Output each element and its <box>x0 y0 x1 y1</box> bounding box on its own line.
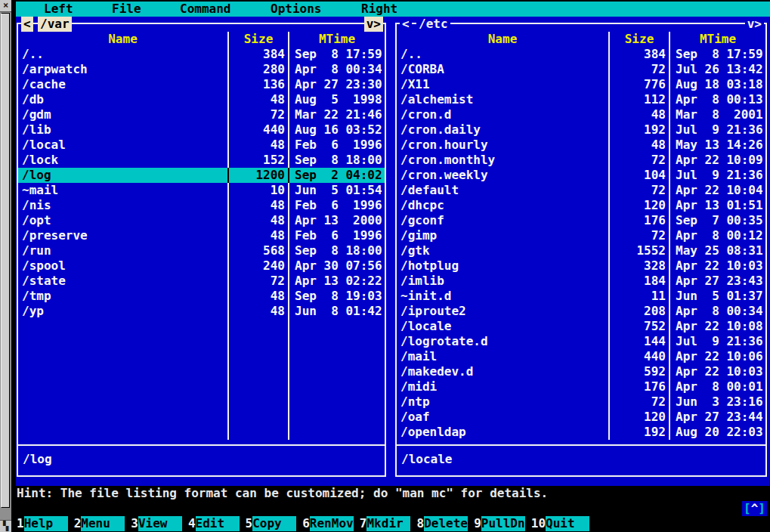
file-row[interactable]: /yp48Jun 8 01:42 <box>18 304 385 319</box>
file-row[interactable]: /cron.monthly72Apr 22 10:09 <box>397 153 765 168</box>
file-row[interactable]: /gtk1552May 25 08:31 <box>397 243 765 258</box>
fkey-4-edit[interactable]: 4Edit <box>188 516 240 531</box>
fkey-3-view[interactable]: 3View <box>131 516 182 531</box>
fkey-6-renmov[interactable]: 6RenMov <box>302 516 354 531</box>
file-size: 48 <box>227 213 288 228</box>
terminal-scrollbar[interactable]: × ▚ <box>0 0 11 532</box>
shell-prompt-line[interactable]: [proski@portland /var]$ [^] <box>11 501 770 516</box>
file-row[interactable]: /run568Sep 8 18:00 <box>18 243 385 258</box>
file-row[interactable]: /cron.daily192Jul 9 21:36 <box>397 122 765 138</box>
file-mtime: Jul 9 21:36 <box>669 168 765 183</box>
fkey-9-pulldn[interactable]: 9PullDn <box>474 516 525 531</box>
file-name: /log <box>18 168 227 183</box>
file-row[interactable]: /openldap192Aug 20 22:03 <box>397 425 765 440</box>
file-row[interactable]: /state72Apr 13 02:22 <box>18 274 385 289</box>
fkey-7-mkdir[interactable]: 7Mkdir <box>360 516 411 531</box>
fkey-8-delete[interactable]: 8Delete <box>416 516 468 531</box>
file-row[interactable]: /hotplug328Apr 22 10:03 <box>397 258 765 274</box>
menu-item-file[interactable]: File <box>112 2 141 17</box>
file-name: /gimp <box>397 228 608 243</box>
file-row[interactable]: /alchemist112Apr 8 00:13 <box>397 92 765 107</box>
file-mtime: Sep 7 00:35 <box>669 213 765 228</box>
mc-terminal-window: × ▚ LeftFileCommandOptionsRight < /var v… <box>0 0 770 532</box>
file-row[interactable]: /CORBA72Jul 26 13:42 <box>397 62 765 77</box>
fkey-1-help[interactable]: 1Help <box>17 516 68 531</box>
file-size: 48 <box>608 107 669 122</box>
file-mtime: Apr 27 23:43 <box>669 274 765 289</box>
file-row[interactable]: /spool240Apr 30 07:56 <box>18 258 385 274</box>
file-name: /oaf <box>397 410 608 425</box>
panel-left-history-dropdown-button[interactable]: v> <box>364 17 383 32</box>
menu-item-options[interactable]: Options <box>271 2 321 17</box>
fkey-10-quit[interactable]: 10Quit <box>531 516 589 531</box>
file-row[interactable]: /local48Feb 6 1996 <box>18 138 385 153</box>
file-row[interactable]: /opt48Apr 13 2000 <box>18 213 385 228</box>
file-row[interactable]: /midi176Apr 8 00:01 <box>397 379 765 394</box>
file-row[interactable]: /locale752Apr 22 10:08 <box>397 319 765 334</box>
file-row[interactable]: /log1200Sep 2 04:02 <box>18 168 385 183</box>
file-row[interactable]: /preserve48Feb 6 1996 <box>18 228 385 243</box>
file-size: 1552 <box>608 243 669 258</box>
file-name: /gdm <box>18 107 227 122</box>
panel-right-history-back-button[interactable]: < <box>400 17 412 32</box>
file-row[interactable]: /cron.hourly48May 13 14:26 <box>397 138 765 153</box>
file-row[interactable]: /iproute2208Apr 8 00:34 <box>397 304 765 319</box>
file-name: /spool <box>18 258 227 274</box>
file-row[interactable]: /gimp72Apr 8 00:12 <box>397 228 765 243</box>
menu-item-left[interactable]: Left <box>44 2 73 17</box>
file-size <box>227 334 288 349</box>
file-size: 384 <box>227 47 288 62</box>
column-header-mtime[interactable]: MTime <box>288 32 385 47</box>
file-row[interactable]: /makedev.d592Apr 22 10:03 <box>397 364 765 379</box>
fkey-label: View <box>138 516 182 531</box>
file-row[interactable]: /nis48Feb 6 1996 <box>18 198 385 213</box>
menu-item-right[interactable]: Right <box>361 2 397 17</box>
file-row[interactable]: /cron.d48Mar 8 2001 <box>397 107 765 122</box>
panel-right-path-title[interactable]: /etc <box>416 17 450 32</box>
file-mtime: May 25 08:31 <box>669 243 765 258</box>
file-row-empty <box>18 319 385 334</box>
file-row[interactable]: /db48Aug 5 1998 <box>18 92 385 107</box>
panel-right-history-dropdown-button[interactable]: v> <box>745 17 764 32</box>
file-row[interactable]: /ntp72Jun 3 23:16 <box>397 394 765 410</box>
scrollbar-bottom-icon[interactable]: ▚ <box>0 520 11 532</box>
file-row[interactable]: /default72Apr 22 10:04 <box>397 183 765 198</box>
column-header-size[interactable]: Size <box>227 32 288 47</box>
scroll-corner-badge[interactable]: [^] <box>742 501 767 516</box>
scrollbar-thumb[interactable] <box>1 13 10 508</box>
file-row[interactable]: /..384Sep 8 17:59 <box>18 47 385 62</box>
file-row[interactable]: /gconf176Sep 7 00:35 <box>397 213 765 228</box>
file-row[interactable]: /mail440Apr 22 10:06 <box>397 349 765 364</box>
fkey-number: 2 <box>74 516 82 531</box>
column-header-size[interactable]: Size <box>608 32 669 47</box>
menu-item-command[interactable]: Command <box>180 2 230 17</box>
column-header-mtime[interactable]: MTime <box>669 32 765 47</box>
file-row[interactable]: /oaf120Apr 27 23:44 <box>397 410 765 425</box>
fkey-5-copy[interactable]: 5Copy <box>246 516 297 531</box>
file-row[interactable]: /imlib184Apr 27 23:43 <box>397 274 765 289</box>
file-row[interactable]: /dhcpc120Apr 13 01:51 <box>397 198 765 213</box>
file-row[interactable]: /gdm72Mar 22 21:46 <box>18 107 385 122</box>
file-row[interactable]: /logrotate.d144Jul 9 21:36 <box>397 334 765 349</box>
file-mtime <box>288 334 385 349</box>
file-mtime <box>288 319 385 334</box>
file-row[interactable]: /..384Sep 8 17:59 <box>397 47 765 62</box>
scrollbar-top-icon[interactable]: × <box>0 0 11 12</box>
file-row[interactable]: /cron.weekly104Jul 9 21:36 <box>397 168 765 183</box>
file-mtime: Aug 18 03:18 <box>669 77 765 92</box>
file-row[interactable]: /lock152Sep 8 18:00 <box>18 153 385 168</box>
file-row[interactable]: ~init.d11Jun 5 01:37 <box>397 289 765 304</box>
fkey-2-menu[interactable]: 2Menu <box>74 516 125 531</box>
file-row[interactable]: /lib440Aug 16 03:52 <box>18 122 385 138</box>
file-row[interactable]: /arpwatch280Apr 8 00:34 <box>18 62 385 77</box>
file-mtime: Apr 22 10:03 <box>669 364 765 379</box>
file-row[interactable]: /cache136Apr 27 23:30 <box>18 77 385 92</box>
file-row[interactable]: /tmp48Sep 8 19:03 <box>18 289 385 304</box>
column-header-name[interactable]: Name <box>397 32 608 47</box>
file-row[interactable]: /X11776Aug 18 03:18 <box>397 77 765 92</box>
column-header-name[interactable]: Name <box>18 32 227 47</box>
panel-left-history-back-button[interactable]: < <box>21 17 33 32</box>
panel-left-path-title[interactable]: /var <box>38 17 72 32</box>
fkey-label: Help <box>24 516 68 531</box>
file-row[interactable]: ~mail10Jun 5 01:54 <box>18 183 385 198</box>
